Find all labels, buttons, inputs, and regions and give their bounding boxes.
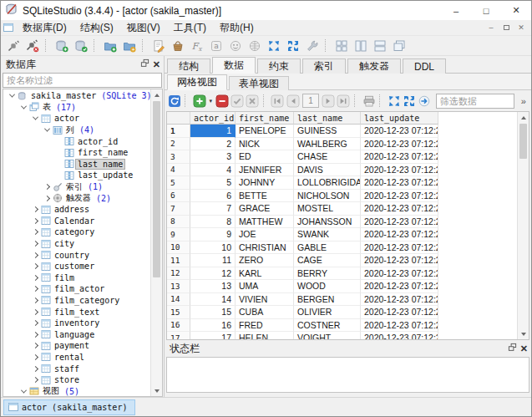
tree-item-触发器[interactable]: 触发器(2): [3, 192, 150, 204]
grid-cell[interactable]: HELEN: [236, 332, 294, 339]
row-number[interactable]: 17: [167, 332, 190, 339]
first-page-button[interactable]: [271, 93, 285, 109]
tab-结构[interactable]: 结构: [167, 58, 210, 74]
cascade-windows-button[interactable]: [389, 37, 408, 54]
close-button[interactable]: ✕: [501, 1, 531, 20]
scroll-down-icon[interactable]: [151, 385, 162, 396]
grid-cell[interactable]: 2020-12-23 07:12:29: [361, 306, 438, 319]
grid-cell[interactable]: 9: [190, 228, 236, 242]
grid-cell[interactable]: FRED: [236, 319, 294, 333]
grid-cell[interactable]: 7: [190, 202, 236, 216]
delete-row-button[interactable]: [215, 93, 229, 109]
column-header-last_name[interactable]: last_name: [294, 112, 361, 125]
tile-windows-vertically-button[interactable]: [351, 37, 370, 54]
tree-item-country[interactable]: country: [3, 249, 150, 261]
tree-item-first_name[interactable]: first_name: [3, 147, 150, 159]
subtab-表单视图[interactable]: 表单视图: [229, 76, 289, 90]
tab-数据[interactable]: 数据: [212, 57, 256, 74]
tree-expander-icon[interactable]: [30, 219, 41, 223]
grid-cell[interactable]: JOHANSSON: [294, 216, 361, 229]
tree-expander-icon[interactable]: [30, 276, 41, 280]
reset-columns-button[interactable]: [402, 93, 416, 109]
grid-cell[interactable]: CHRISTIAN: [236, 242, 294, 255]
grid-cell[interactable]: 2020-12-23 07:12:29: [361, 242, 438, 255]
tree-expander-icon[interactable]: [18, 105, 29, 109]
tree-item-payment[interactable]: payment: [3, 340, 150, 352]
tree-expander-icon[interactable]: [30, 298, 41, 303]
grid-cell[interactable]: GABLE: [294, 242, 361, 255]
grid-cell[interactable]: 12: [190, 267, 236, 281]
open-sql-editor-button[interactable]: [149, 37, 168, 54]
menu-工具(T)[interactable]: 工具(T): [167, 20, 213, 36]
grid-cell[interactable]: GUINESS: [294, 125, 361, 138]
tree-item-film_category[interactable]: film_category: [3, 295, 150, 307]
tree-expander-icon[interactable]: [18, 389, 29, 394]
tree-item-表[interactable]: 表(17): [3, 102, 150, 114]
close-panel-icon[interactable]: ✕: [153, 59, 160, 70]
grid-cell[interactable]: NICHOLSON: [294, 190, 361, 203]
remove-database-button[interactable]: [71, 37, 90, 54]
tree-item-Calendar[interactable]: Calendar: [3, 216, 150, 227]
grid-cell[interactable]: 10: [190, 242, 236, 255]
tab-触发器[interactable]: 触发器: [347, 58, 401, 74]
insert-row-menu-caret-icon[interactable]: ▾: [207, 93, 214, 109]
tree-item-category[interactable]: category: [3, 226, 150, 238]
scroll-up-icon[interactable]: [518, 112, 529, 123]
row-number[interactable]: 9: [167, 228, 190, 242]
tree-expander-icon[interactable]: [30, 378, 41, 382]
tree-expander-icon[interactable]: [30, 207, 41, 211]
grid-cell[interactable]: 2020-12-23 07:12:29: [361, 125, 438, 138]
grid-cell[interactable]: 4: [190, 164, 236, 177]
tree-expander-icon[interactable]: [30, 242, 41, 246]
commit-changes-button[interactable]: [230, 93, 244, 109]
close-panel-icon[interactable]: ✕: [520, 343, 528, 354]
page-number-field[interactable]: 1: [302, 94, 318, 108]
connect-database-button[interactable]: [3, 37, 23, 54]
tile-windows-button[interactable]: [332, 37, 351, 54]
row-number[interactable]: 7: [167, 202, 190, 216]
grid-cell[interactable]: 11: [190, 254, 236, 267]
mdi-close-button[interactable]: ✕: [516, 23, 526, 32]
tree-expander-icon[interactable]: [42, 128, 53, 132]
row-number[interactable]: 8: [167, 216, 190, 229]
scroll-down-icon[interactable]: [518, 328, 529, 339]
tab-索引[interactable]: 索引: [302, 58, 346, 74]
grid-cell[interactable]: UMA: [236, 280, 294, 293]
grid-cell[interactable]: 13: [190, 280, 236, 293]
tree-item-inventory[interactable]: inventory: [3, 318, 150, 329]
grid-cell[interactable]: DAVIS: [294, 164, 361, 177]
tree-item-rental[interactable]: rental: [3, 352, 150, 364]
tab-约束[interactable]: 约束: [257, 58, 301, 74]
row-number[interactable]: 4: [167, 164, 190, 177]
grid-cell[interactable]: GRACE: [236, 202, 294, 216]
row-number[interactable]: 6: [167, 190, 190, 203]
grid-cell[interactable]: SWANK: [294, 228, 361, 242]
grid-cell[interactable]: 2020-12-23 07:12:29: [361, 150, 438, 164]
grid-cell[interactable]: 14: [190, 293, 236, 307]
grid-cell[interactable]: 2020-12-23 07:12:29: [361, 254, 438, 267]
grid-cell[interactable]: 2020-12-23 07:12:29: [361, 190, 438, 203]
grid-cell[interactable]: VIVIEN: [236, 293, 294, 307]
grid-cell[interactable]: JOHNNY: [236, 176, 294, 190]
grid-cell[interactable]: 2020-12-23 07:12:29: [361, 176, 438, 190]
tree-filter-input[interactable]: [3, 73, 162, 88]
sql-functions-button[interactable]: Fx: [187, 37, 206, 54]
scroll-up-icon[interactable]: [151, 89, 162, 100]
grid-cell[interactable]: 2020-12-23 07:12:29: [361, 332, 438, 339]
grid-cell[interactable]: 2020-12-23 07:12:29: [361, 202, 438, 216]
adjust-columns-button[interactable]: [387, 93, 401, 109]
configuration-button[interactable]: [302, 37, 322, 54]
grid-cell[interactable]: WOOD: [294, 280, 361, 293]
grid-cell[interactable]: COSTNER: [294, 319, 361, 333]
tree-item-film[interactable]: film: [3, 272, 150, 284]
grid-cell[interactable]: KARL: [236, 267, 294, 281]
tree-item-customer[interactable]: customer: [3, 261, 150, 272]
grid-cell[interactable]: 2020-12-23 07:12:29: [361, 164, 438, 177]
tree-expander-icon[interactable]: [30, 333, 41, 337]
taskbar-tab-actor (sakila_master)[interactable]: actor (sakila_master): [3, 399, 135, 415]
corner-header-cell[interactable]: [167, 112, 190, 125]
grid-cell[interactable]: 6: [190, 190, 236, 203]
toolbar-overflow-button[interactable]: »: [519, 96, 529, 106]
refresh-grid-button[interactable]: [167, 93, 181, 109]
menu-帮助(H)[interactable]: 帮助(H): [213, 20, 261, 36]
